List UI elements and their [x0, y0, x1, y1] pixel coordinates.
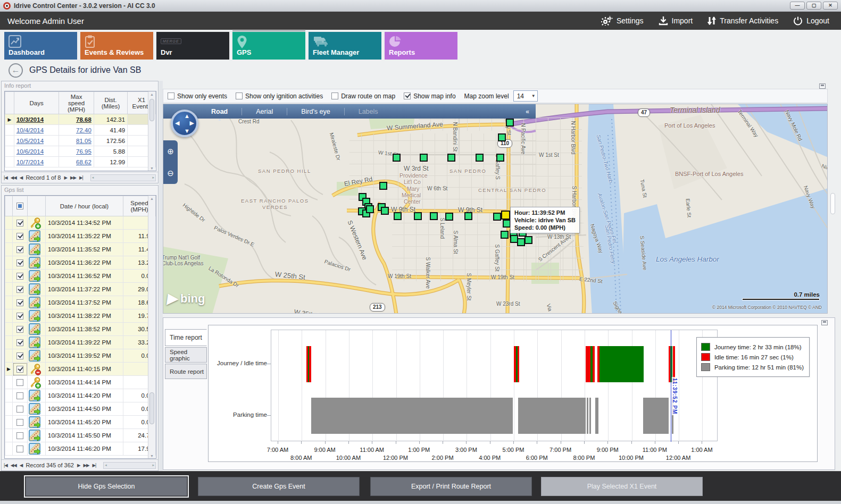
gps-marker[interactable] — [420, 154, 428, 162]
tab-fleet-manager[interactable]: Fleet Manager — [309, 32, 381, 60]
gps-row-checkbox[interactable] — [16, 406, 23, 413]
info-col-header[interactable]: Days — [14, 92, 59, 114]
checkbox[interactable] — [236, 93, 243, 99]
gps-list-scrollbar[interactable]: ▲ ▼ — [148, 196, 155, 459]
info-nav-1[interactable]: ◀◀ — [11, 175, 16, 180]
zoom-out-icon[interactable]: ⊖ — [167, 169, 174, 178]
gps-row-checkbox[interactable] — [16, 366, 23, 373]
tab-dvr[interactable]: MERGEDvr — [156, 32, 229, 60]
checkbox[interactable] — [168, 93, 174, 99]
max-speed-link[interactable]: 78.68 — [76, 116, 91, 123]
gps-row-checkbox[interactable] — [16, 379, 23, 386]
info-nav-5[interactable]: ▶| — [79, 175, 83, 180]
day-link[interactable]: 10/7/2014 — [16, 159, 44, 165]
info-col-header[interactable]: Maxspeed(MPH) — [59, 92, 94, 114]
gps-row-checkbox[interactable] — [16, 299, 23, 306]
gps-marker[interactable] — [503, 220, 511, 228]
max-speed-link[interactable]: 76.95 — [76, 148, 91, 155]
hide-gps-selection-button[interactable]: Hide Gps Selection — [26, 477, 187, 496]
gps-row-checkbox[interactable] — [16, 246, 23, 253]
map-pan-compass[interactable]: ▲▼ ◀▶ — [171, 110, 198, 137]
gps-list-row[interactable]: 10/3/2014 11:35:22 PM11.97 — [5, 230, 156, 243]
tab-dashboard[interactable]: Dashboard — [4, 32, 77, 60]
gps-list-row[interactable]: 10/3/2014 11:44:14 PM — [5, 376, 156, 389]
option-draw-route-on-map[interactable]: Draw route on map — [331, 93, 395, 100]
gps-marker[interactable] — [501, 231, 509, 239]
gps-list-row[interactable]: 10/3/2014 11:38:22 PM19.70 — [5, 309, 156, 323]
info-nav-4[interactable]: ▶▶ — [70, 175, 76, 180]
max-speed-link[interactable]: 81.05 — [76, 138, 91, 144]
header-action-settings[interactable]: Settings — [601, 16, 644, 26]
close-button[interactable]: ✕ — [823, 2, 838, 10]
zoom-in-icon[interactable]: ⊕ — [167, 147, 174, 156]
map-style-road[interactable]: Road — [211, 108, 228, 115]
info-col-header[interactable]: Dist.(Miles) — [94, 92, 127, 114]
max-speed-link[interactable]: 72.40 — [76, 127, 91, 133]
option-show-only-ignition-activities[interactable]: Show only ignition activities — [236, 93, 323, 100]
info-report-scrollbar[interactable]: ▲ ▼ — [148, 91, 155, 171]
gps-row-checkbox[interactable] — [16, 352, 23, 359]
chart-restore-icon[interactable] — [821, 320, 828, 325]
gps-list-row[interactable]: 10/3/2014 11:46:20 PM17.93 — [5, 442, 156, 456]
minimize-button[interactable]: — — [790, 2, 805, 10]
gps-nav-5[interactable]: ▶| — [93, 463, 96, 468]
info-report-row[interactable]: ▶10/3/201478.68142.310 — [5, 114, 156, 125]
select-all-checkbox[interactable] — [16, 203, 23, 209]
header-action-transfer-activities[interactable]: Transfer Activities — [707, 15, 778, 26]
gps-marker[interactable] — [445, 213, 453, 221]
gps-nav-1[interactable]: ◀◀ — [11, 463, 16, 468]
info-hscrollbar[interactable]: ◂▸ — [90, 174, 156, 181]
gps-list-row[interactable]: 10/3/2014 11:36:22 PM13.28 — [5, 256, 156, 270]
info-nav-2[interactable]: ◀ — [20, 175, 23, 180]
info-report-row[interactable]: 10/4/201472.4041.491 — [5, 125, 156, 136]
gps-row-checkbox[interactable] — [16, 313, 23, 320]
tab-gps[interactable]: GPS — [232, 32, 305, 60]
gps-nav-2[interactable]: ◀ — [20, 463, 23, 468]
gps-list-row[interactable]: 10/3/2014 11:45:20 PM0.00 — [5, 416, 156, 429]
gps-list-row[interactable]: 10/3/2014 11:44:50 PM0.00 — [5, 402, 156, 416]
map-style-labels[interactable]: Labels — [359, 108, 378, 115]
gps-row-checkbox[interactable] — [16, 220, 23, 226]
map-zoom-buttons[interactable]: ⊕ ⊖ — [163, 140, 178, 184]
header-action-import[interactable]: Import — [659, 16, 693, 26]
gps-list-row[interactable]: 10/3/2014 11:39:22 PM33.21 — [5, 336, 156, 349]
gps-list-row[interactable]: 10/3/2014 11:36:52 PM0.00 — [5, 270, 156, 283]
gps-col-date[interactable]: Date / hour (local) — [46, 196, 123, 216]
back-button[interactable]: ← — [9, 63, 23, 78]
gps-row-checkbox[interactable] — [16, 432, 23, 439]
panel-splitter[interactable] — [159, 81, 163, 471]
gps-list-row[interactable]: 10/3/2014 11:37:52 PM18.63 — [5, 296, 156, 309]
gps-nav-4[interactable]: ▶▶ — [83, 463, 89, 468]
gps-list-row[interactable]: ▶10/3/2014 11:40:15 PM — [5, 363, 156, 376]
create-gps-event-button[interactable]: Create Gps Event — [198, 477, 360, 496]
gps-row-checkbox[interactable] — [16, 446, 23, 452]
info-nav-0[interactable]: |◀ — [4, 175, 7, 180]
info-nav-3[interactable]: ▶ — [64, 175, 67, 180]
gps-row-checkbox[interactable] — [16, 339, 23, 346]
gps-marker[interactable] — [493, 213, 501, 221]
gps-row-checkbox[interactable] — [16, 273, 23, 280]
chart-tab-speed-graphic[interactable]: Speed graphic — [165, 347, 207, 363]
day-link[interactable]: 10/6/2014 — [16, 148, 44, 155]
tab-events-reviews[interactable]: Events & Reviews — [80, 32, 153, 60]
map-style-bird-s-eye[interactable]: Bird's eye — [301, 108, 330, 115]
gps-list-row[interactable]: 10/3/2014 11:44:20 PM0.00 — [5, 389, 156, 402]
max-speed-link[interactable]: 68.62 — [76, 159, 91, 165]
gps-nav-3[interactable]: ▶ — [77, 463, 80, 468]
gps-marker[interactable] — [366, 205, 374, 213]
gps-row-checkbox[interactable] — [16, 233, 23, 240]
option-show-map-info[interactable]: Show map info — [404, 93, 455, 100]
right-float-scrollbar[interactable] — [830, 193, 835, 214]
info-report-row[interactable]: 10/6/201476.955.880 — [5, 146, 156, 157]
gps-marker[interactable] — [506, 119, 514, 127]
checkbox[interactable] — [404, 93, 411, 99]
gps-marker[interactable] — [414, 212, 422, 220]
gps-list-row[interactable]: 10/3/2014 11:39:52 PM0.00 — [5, 349, 156, 363]
maximize-button[interactable]: ▢ — [806, 2, 821, 10]
info-report-row[interactable]: 10/5/201481.05172.562 — [5, 136, 156, 146]
gps-row-checkbox[interactable] — [16, 419, 23, 426]
gps-list-row[interactable]: 10/3/2014 11:38:52 PM30.55 — [5, 323, 156, 336]
selected-gps-marker[interactable] — [501, 211, 510, 220]
map-zoom-select[interactable]: 14▼ — [513, 90, 538, 102]
gps-marker[interactable] — [498, 133, 506, 141]
